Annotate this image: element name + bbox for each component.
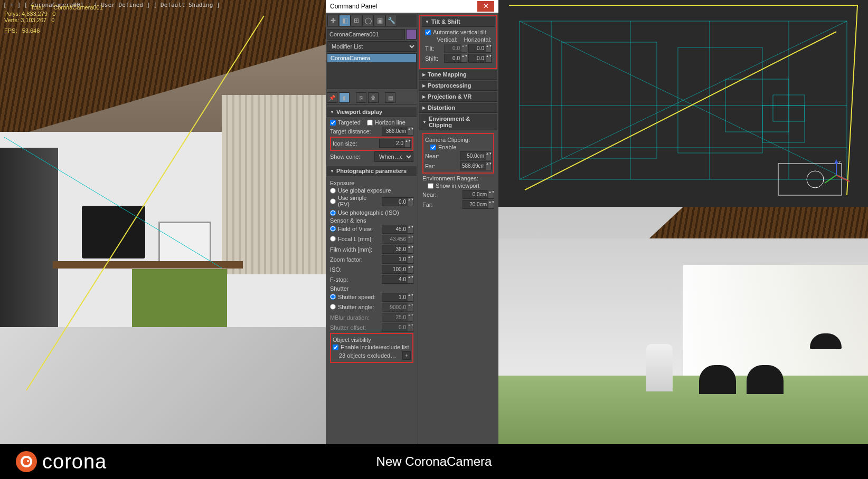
rollout-viewport-display: ▼Viewport display Targeted Horizon line … — [327, 107, 417, 165]
modify-tab-icon[interactable]: ◧ — [339, 15, 351, 26]
focal-radio[interactable]: Focal l. [mm]: — [330, 236, 373, 242]
footer-title: New CoronaCamera — [376, 454, 492, 469]
env-near-spinner[interactable]: ▲▼ — [463, 190, 494, 199]
rollout-head-postprocessing[interactable]: ▶Postprocessing — [419, 81, 497, 91]
rollout-head-tone-mapping[interactable]: ▶Tone Mapping — [419, 70, 497, 80]
rollout-head-tilt-shift[interactable]: ▼Tilt & Shift — [422, 17, 495, 27]
configure-sets-icon[interactable]: ▤ — [385, 92, 395, 103]
fstop-spinner[interactable]: ▲▼ — [382, 275, 413, 284]
shutter-angle-spinner[interactable]: ▲▼ — [382, 303, 413, 312]
shutter-speed-spinner[interactable]: ▲▼ — [382, 293, 413, 302]
film-width-spinner[interactable]: ▲▼ — [382, 245, 413, 254]
zoom-spinner[interactable]: ▲▼ — [382, 255, 413, 264]
rollout-head-photographic[interactable]: ▼Photographic parameters — [327, 166, 417, 176]
svg-marker-19 — [834, 159, 838, 164]
remove-modifier-icon[interactable]: 🗑 — [368, 92, 379, 103]
command-panel: Command Panel ✕ ✚ ◧ ⊞ ◯ ▣ 🔧 Modifier Lis… — [326, 0, 498, 444]
rollout-head-distortion[interactable]: ▶Distortion — [419, 103, 497, 113]
simple-ev-spinner[interactable]: ▲▼ — [382, 197, 413, 206]
tilt-h-spinner[interactable]: ▲▼ — [468, 44, 492, 53]
iso-spinner[interactable]: ▲▼ — [382, 265, 413, 274]
make-unique-icon[interactable]: ⎘ — [356, 92, 366, 103]
pin-stack-icon[interactable]: 📌 — [327, 92, 337, 103]
rollout-head-env-clipping[interactable]: ▼Environment & Clipping — [419, 114, 497, 130]
svg-rect-3 — [562, 42, 657, 158]
shutter-speed-radio[interactable]: Shutter speed: — [330, 294, 376, 300]
rollout-photographic: ▼Photographic parameters Exposure Use gl… — [327, 166, 417, 366]
target-distance-spinner[interactable]: ▲▼ — [382, 127, 413, 136]
viewport-render[interactable] — [498, 207, 868, 444]
footer-bar: corona New CoronaCamera — [0, 444, 868, 479]
clipping-enable-checkbox[interactable]: Enable — [430, 144, 492, 150]
corona-logo: corona — [16, 451, 107, 473]
focal-spinner[interactable]: ▲▼ — [382, 235, 413, 244]
clip-near-spinner[interactable]: ▲▼ — [460, 151, 492, 160]
object-name-input[interactable] — [327, 29, 405, 40]
env-far-spinner[interactable]: ▲▼ — [463, 200, 494, 209]
command-panel-titlebar: Command Panel ✕ — [326, 0, 498, 13]
svg-text:z: z — [838, 159, 841, 165]
svg-rect-12 — [762, 106, 805, 142]
close-button[interactable]: ✕ — [477, 1, 494, 12]
viewport-wireframe[interactable]: z — [498, 0, 868, 207]
rollout-tilt-shift: ▼Tilt & Shift Automatic vertical tilt Ve… — [422, 17, 495, 66]
rollout-environment-clipping: ▼Environment & Clipping Camera Clipping:… — [419, 114, 497, 212]
create-tab-icon[interactable]: ✚ — [327, 15, 339, 26]
horizon-checkbox[interactable]: Horizon line — [367, 119, 405, 126]
clip-far-spinner[interactable]: ▲▼ — [460, 161, 492, 170]
fov-spinner[interactable]: ▲▼ — [382, 225, 413, 234]
utilities-tab-icon[interactable]: 🔧 — [385, 15, 397, 26]
display-tab-icon[interactable]: ▣ — [374, 15, 385, 26]
corona-logo-text: corona — [42, 451, 107, 473]
show-cone-dropdown[interactable]: When…cted — [374, 151, 413, 162]
auto-vertical-tilt-checkbox[interactable]: Automatic vertical tilt — [425, 29, 492, 35]
shutter-offset-spinner[interactable]: ▲▼ — [382, 323, 413, 332]
rollout-head-projection-vr[interactable]: ▶Projection & VR — [419, 92, 497, 102]
sensor-label: Sensor & lens — [330, 217, 413, 224]
enable-include-exclude-checkbox[interactable]: Enable include/exclude list — [333, 344, 411, 350]
shift-h-spinner[interactable]: ▲▼ — [468, 54, 492, 63]
targeted-checkbox[interactable]: Targeted — [330, 119, 361, 126]
axis-gizmo[interactable]: z — [820, 159, 852, 191]
rollout-head-viewport-display[interactable]: ▼Viewport display — [327, 107, 417, 117]
modifier-item[interactable]: CoronaCamera — [327, 54, 416, 62]
svg-line-16 — [836, 175, 850, 181]
use-global-radio[interactable]: Use global exposure — [330, 187, 413, 194]
object-visibility-label: Object visibility — [333, 337, 411, 343]
tilt-v-spinner[interactable]: ▲▼ — [444, 44, 467, 53]
shift-v-spinner[interactable]: ▲▼ — [444, 54, 467, 63]
motion-tab-icon[interactable]: ◯ — [362, 15, 374, 26]
modifier-stack[interactable]: CoronaCamera — [327, 53, 417, 89]
modifier-list-dropdown[interactable]: Modifier List — [327, 41, 417, 52]
icon-size-spinner[interactable]: ▲▼ — [379, 139, 411, 148]
use-simple-radio[interactable]: Use simple (EV) — [330, 195, 380, 207]
exposure-label: Exposure — [330, 180, 413, 186]
svg-rect-4 — [678, 47, 762, 153]
show-in-viewport-checkbox[interactable]: Show in viewport — [428, 183, 494, 189]
viewport-stats: Total CoronaCamera001 Polys: 4,833,279 0… — [4, 4, 103, 34]
panel-title: Command Panel — [330, 0, 377, 13]
show-end-result-icon[interactable]: ▮ — [339, 92, 350, 103]
viewport-shaded[interactable]: [ + ] [ CoronaCamera001 ] [ User Defined… — [0, 0, 326, 444]
shutter-label: Shutter — [330, 285, 413, 292]
corona-logo-icon — [16, 451, 37, 472]
shutter-angle-radio[interactable]: Shutter angle: — [330, 304, 374, 310]
fov-radio[interactable]: Field of View: — [330, 226, 373, 232]
command-panel-tabs: ✚ ◧ ⊞ ◯ ▣ 🔧 — [327, 14, 417, 27]
hierarchy-tab-icon[interactable]: ⊞ — [351, 15, 362, 26]
env-ranges-label: Environment Ranges: — [422, 175, 494, 181]
use-photographic-radio[interactable]: Use photographic (ISO) — [330, 209, 413, 216]
include-exclude-button[interactable]: + — [402, 351, 411, 360]
mblur-spinner[interactable]: ▲▼ — [382, 313, 413, 322]
svg-line-17 — [825, 175, 836, 183]
object-color-swatch[interactable] — [406, 29, 417, 40]
camera-clipping-label: Camera Clipping: — [425, 137, 492, 143]
